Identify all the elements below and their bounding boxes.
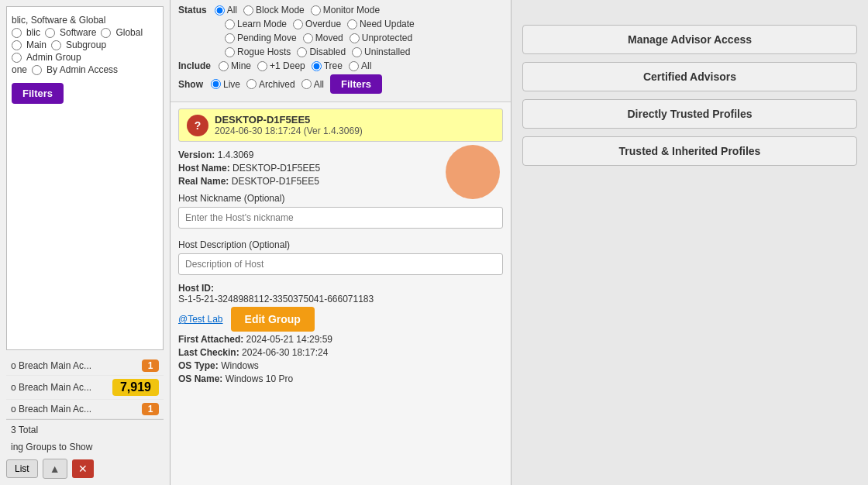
host-entry[interactable]: ? DESKTOP-D1F5EE5 2024-06-30 18:17:24 (V… [178, 108, 503, 142]
status-uninstalled-radio[interactable] [352, 47, 362, 57]
status-blockmode-radio[interactable] [243, 5, 253, 15]
badge-count: 1 [142, 359, 159, 372]
status-row4: Rogue Hosts Disabled Uninstalled [178, 46, 503, 57]
list-item-text: o Breach Main Ac... [11, 360, 142, 371]
main-radio[interactable] [12, 40, 22, 50]
group-link-row: @Test Lab Edit Group [178, 307, 503, 332]
left-filters-button[interactable]: Filters [12, 83, 64, 104]
status-disabled-radio[interactable] [297, 47, 307, 57]
nickname-input[interactable] [178, 207, 503, 229]
global-label: Global [115, 27, 143, 38]
show-all-radio[interactable] [301, 79, 312, 89]
status-unprotected-radio[interactable] [350, 33, 360, 43]
access-none-label: one [12, 64, 27, 75]
needupdate-radio-span: Need Update [347, 19, 415, 29]
groups-label: ing Groups to Show [11, 442, 92, 452]
subgroup-radio[interactable] [51, 40, 61, 50]
directly-trusted-profiles-button[interactable]: Directly Trusted Profiles [522, 99, 857, 129]
status-monitormode-radio[interactable] [311, 5, 321, 15]
version-label: Version: [178, 150, 215, 160]
roguehosts-radio-span: Rogue Hosts [225, 46, 291, 57]
right-top-spacer [522, 9, 857, 17]
os-name-row: OS Name: Windows 10 Pro [178, 373, 503, 384]
disabled-radio-span: Disabled [297, 46, 346, 57]
up-button[interactable]: ▲ [43, 459, 67, 479]
realname-label: Real Name: [178, 176, 229, 187]
include-mine-radio[interactable] [219, 61, 229, 71]
status-all-radio[interactable] [215, 5, 225, 15]
manage-advisor-access-button[interactable]: Manage Advisor Access [522, 25, 857, 54]
tree-radio-span: Tree [312, 60, 343, 71]
os-name-label: OS Name: [178, 373, 222, 384]
edit-group-button[interactable]: Edit Group [231, 307, 315, 332]
show-archived-radio[interactable] [246, 79, 257, 89]
filters-button[interactable]: Filters [330, 74, 382, 94]
uninstalled-radio-span: Uninstalled [352, 46, 410, 57]
certified-advisors-button[interactable]: Certified Advisors [522, 62, 857, 91]
host-id-value: S-1-5-21-3248988112-3350375041-666071183 [178, 294, 503, 304]
list-item[interactable]: o Breach Main Ac... 7,919 [6, 376, 164, 400]
filter-bar: Status All Block Mode Monitor Mode Learn… [170, 0, 511, 102]
os-name-value: Windows 10 Pro [226, 373, 293, 384]
status-overdue-radio[interactable] [293, 19, 303, 29]
software-radio[interactable] [45, 28, 55, 38]
os-type-row: OS Type: Windows [178, 360, 503, 371]
pendingmove-radio-span: Pending Move [225, 33, 297, 43]
trusted-inherited-profiles-button[interactable]: Trusted & Inherited Profiles [522, 136, 857, 166]
public-label: blic [26, 27, 40, 38]
show-label: Show [178, 79, 203, 90]
admin-group-row: Admin Group [12, 52, 158, 63]
host-icon: ? [187, 115, 208, 136]
groups-section: ing Groups to Show [6, 439, 164, 456]
host-entry-date: 2024-06-30 18:17:24 (Ver 1.4.3069) [215, 126, 494, 136]
unprotected-radio-span: Unprotected [350, 33, 412, 43]
badge-count: 1 [142, 403, 159, 415]
status-pendingmove-radio[interactable] [225, 33, 235, 43]
list-button[interactable]: List [6, 459, 38, 478]
include-tree-radio[interactable] [312, 61, 322, 71]
include-all-radio[interactable] [349, 61, 359, 71]
main-radio-row: Main Subgroup [12, 40, 158, 50]
realname-value: DESKTOP-D1F5EE5 [232, 176, 319, 187]
status-row3: Pending Move Moved Unprotected [178, 33, 503, 43]
show-live-radio[interactable] [211, 79, 221, 89]
status-needupdate-radio[interactable] [347, 19, 357, 29]
status-learnmode-radio[interactable] [225, 19, 235, 29]
list-item[interactable]: o Breach Main Ac... 1 [6, 400, 164, 419]
status-moved-radio[interactable] [303, 33, 313, 43]
version-value: 1.4.3069 [218, 150, 254, 160]
archived-radio-span: Archived [246, 79, 295, 90]
status-label: Status [178, 5, 207, 15]
by-admin-access-radio[interactable] [32, 65, 42, 75]
include-plusdeep-radio[interactable] [257, 61, 267, 71]
subgroup-label: Subgroup [66, 40, 106, 50]
left-panel: blic, Software & Global blic Software Gl… [0, 0, 170, 485]
global-radio[interactable] [101, 28, 111, 38]
hostname-label: Host Name: [178, 163, 230, 174]
monitormode-radio-span: Monitor Mode [311, 5, 380, 15]
admin-group-radio[interactable] [12, 53, 22, 63]
list-item-text: o Breach Main Ac... [11, 382, 112, 393]
group-link[interactable]: @Test Lab [178, 314, 223, 325]
last-checkin-label: Last Checkin: [178, 347, 239, 358]
include-all-radio-span: All [349, 60, 371, 71]
mine-radio-span: Mine [219, 60, 251, 71]
list-item-text: o Breach Main Ac... [11, 404, 142, 414]
total-section: 3 Total [6, 419, 164, 439]
public-radio[interactable] [12, 28, 22, 38]
plusdeep-radio-span: +1 Deep [257, 60, 305, 71]
status-roguehosts-radio[interactable] [225, 47, 235, 57]
avatar [446, 145, 500, 199]
middle-panel: Status All Block Mode Monitor Mode Learn… [170, 0, 512, 485]
nickname-section-label: Host Nickname (Optional) [178, 193, 503, 204]
description-input[interactable] [178, 253, 503, 275]
first-attached-value: 2024-05-21 14:29:59 [246, 334, 332, 345]
remove-button[interactable]: ✕ [72, 459, 94, 478]
software-label: Software [60, 27, 96, 38]
list-item[interactable]: o Breach Main Ac... 1 [6, 356, 164, 376]
badge-count: 7,919 [112, 379, 159, 396]
host-entry-info: DESKTOP-D1F5EE5 2024-06-30 18:17:24 (Ver… [215, 114, 494, 136]
total-label: 3 Total [11, 425, 38, 435]
overdue-radio-span: Overdue [293, 19, 341, 29]
show-row: Show Live Archived All Filters [178, 74, 503, 94]
